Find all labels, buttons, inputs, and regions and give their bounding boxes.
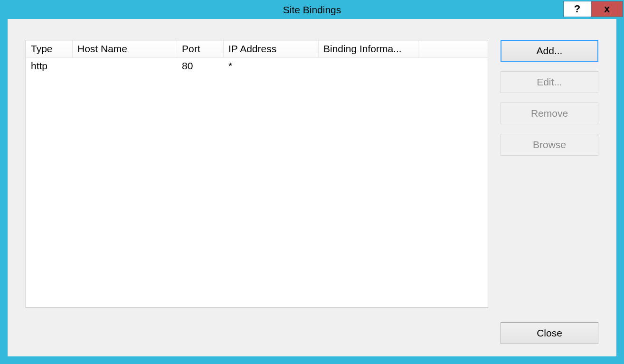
remove-button: Remove xyxy=(501,103,598,124)
column-header-hostname[interactable]: Host Name xyxy=(73,40,177,57)
cell-ipaddress: * xyxy=(224,58,319,74)
column-header-type[interactable]: Type xyxy=(26,40,73,57)
main-layout: Type Host Name Port IP Address Binding I… xyxy=(26,40,598,308)
bindings-table[interactable]: Type Host Name Port IP Address Binding I… xyxy=(26,40,488,308)
help-button[interactable]: ? xyxy=(563,1,591,17)
column-header-port[interactable]: Port xyxy=(177,40,224,57)
column-header-extra xyxy=(418,40,488,57)
cell-type: http xyxy=(26,58,73,74)
edit-button: Edit... xyxy=(501,71,598,93)
column-header-bindinginfo[interactable]: Binding Informa... xyxy=(319,40,418,57)
browse-button: Browse xyxy=(501,134,598,156)
footer-row: Close xyxy=(26,322,598,344)
add-button[interactable]: Add... xyxy=(501,40,598,62)
cell-hostname xyxy=(73,58,177,74)
close-window-button[interactable]: x xyxy=(591,1,623,17)
button-panel: Add... Edit... Remove Browse xyxy=(501,40,598,308)
table-body: http 80 * xyxy=(26,58,488,308)
column-header-ipaddress[interactable]: IP Address xyxy=(224,40,319,57)
cell-bindinginfo xyxy=(319,58,418,74)
table-header: Type Host Name Port IP Address Binding I… xyxy=(26,40,488,58)
table-row[interactable]: http 80 * xyxy=(26,58,488,74)
window-title: Site Bindings xyxy=(1,1,623,19)
titlebar-buttons: ? x xyxy=(563,1,623,19)
content-area: Type Host Name Port IP Address Binding I… xyxy=(8,19,616,356)
titlebar: Site Bindings ? x xyxy=(1,1,623,19)
dialog-window: Site Bindings ? x Type Host Name Port IP… xyxy=(0,0,624,364)
button-panel-top: Add... Edit... Remove Browse xyxy=(501,40,598,156)
cell-extra xyxy=(418,58,488,74)
close-button[interactable]: Close xyxy=(501,322,598,344)
cell-port: 80 xyxy=(177,58,224,74)
